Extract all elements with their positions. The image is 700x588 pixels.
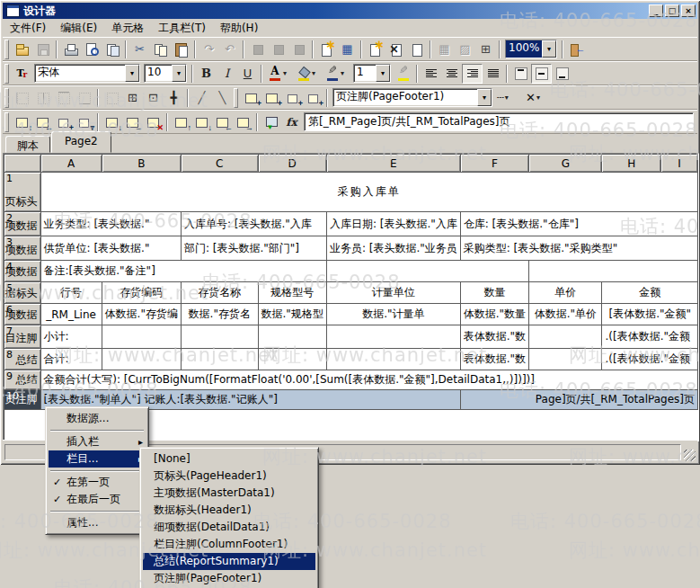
cell-r6-8[interactable]: [表体数据."金额" xyxy=(602,304,698,325)
cell-r7-6[interactable]: 表体数据."数 xyxy=(460,325,528,349)
cell-r8-3[interactable] xyxy=(181,349,258,370)
menu-item-properties[interactable]: 属性... xyxy=(49,514,146,531)
cell-r6-3[interactable]: 数据."存货名 xyxy=(181,304,258,325)
menu-item-on-first-page[interactable]: ✓在第一页 xyxy=(49,474,146,491)
cell-r7-5[interactable] xyxy=(326,325,460,349)
italic-button[interactable]: I xyxy=(217,64,237,84)
cell-r10-2[interactable]: Page]页/共[_RM_TotalPages]页 xyxy=(460,390,697,410)
font-color-dropdown-arrow[interactable]: ▾ xyxy=(283,69,287,77)
cell-r4-1[interactable]: 备注:[表头数据."备注"] xyxy=(40,261,326,282)
submenu-item-detaildata[interactable]: 细项数据(DetailData1) xyxy=(143,519,315,536)
cell-r7-1[interactable]: 小计: xyxy=(40,325,102,349)
line-color-dropdown-arrow[interactable]: ▾ xyxy=(341,69,344,77)
cell-r8-8[interactable]: .([表体数据."金额 xyxy=(602,349,698,370)
align-left-button[interactable] xyxy=(421,64,441,84)
cell-r5-8[interactable]: 金额 xyxy=(602,282,698,304)
move-cell-left-button[interactable]: ← xyxy=(212,112,233,132)
insert-band-above-button[interactable]: + xyxy=(241,88,261,108)
tab-脚本[interactable]: 脚本 xyxy=(5,136,50,153)
bold-button[interactable]: B xyxy=(196,64,217,84)
row-header-9[interactable]: 9总结 xyxy=(4,370,41,390)
insert-table-button[interactable]: ▦ xyxy=(337,40,358,59)
align-justify-button[interactable] xyxy=(483,64,503,84)
formula-input[interactable]: 第[_RM_Page]页/共[_RM_TotalPages]页 xyxy=(304,112,694,131)
cell-r8-1[interactable]: 合计: xyxy=(40,349,102,370)
cell-r8-4[interactable] xyxy=(258,349,326,370)
menu-item-datasource[interactable]: 数据源... xyxy=(49,410,146,427)
row-header-10[interactable]: 10页注脚 xyxy=(4,390,41,410)
cell-r8-6[interactable]: 表体数据."数 xyxy=(460,349,528,370)
cell-r6-6[interactable]: 体数据."数量 xyxy=(460,304,528,325)
cell-r4-3[interactable] xyxy=(529,261,698,282)
cell-r6-1[interactable]: _RM_Line xyxy=(40,304,102,325)
cell-r3-2[interactable]: 部门: [表头数据."部门"] xyxy=(181,236,326,261)
insert-band-below-button[interactable]: + xyxy=(261,88,282,108)
grid-corner[interactable] xyxy=(4,155,41,173)
submenu-item-masterdata[interactable]: 主项数据(MasterData1) xyxy=(143,485,315,502)
band-select-dropdown[interactable]: ▾ xyxy=(477,89,492,106)
function-button[interactable]: fx xyxy=(281,112,302,132)
font-name-select[interactable]: 宋体▾ xyxy=(34,64,140,83)
diagonal-down-button[interactable]: ╱ xyxy=(191,88,212,108)
column-header-F[interactable]: F xyxy=(460,155,528,173)
column-header-C[interactable]: C xyxy=(181,155,258,173)
line-style-dropdown-arrow[interactable]: ▾ xyxy=(505,94,509,102)
cell-r7-4[interactable] xyxy=(258,325,326,349)
cell-r4-2[interactable] xyxy=(326,261,528,282)
submenu-item-none[interactable]: [None] xyxy=(143,450,315,468)
apply-button[interactable] xyxy=(261,112,281,132)
cell-r6-5[interactable]: 数据."计量单 xyxy=(326,304,460,325)
toolbar-grip[interactable] xyxy=(4,64,9,84)
column-header-D[interactable]: D xyxy=(258,155,326,173)
cell-r2-1[interactable]: 业务类型: [表头数据." xyxy=(40,212,181,236)
cell-r9-1[interactable]: 金额合计(大写): [CurrToBigNum([FormatFloat('0.… xyxy=(40,370,697,390)
zoom-select[interactable]: 100%▾ xyxy=(505,40,557,58)
split-cells-horizontal-button[interactable]: ↔ xyxy=(32,112,53,132)
column-header-G[interactable]: G xyxy=(529,155,602,173)
submenu-item-reportsummary[interactable]: 总结(ReportSummary1) xyxy=(143,553,315,570)
cut-button[interactable]: ✂ xyxy=(129,40,150,59)
toolbar-grip[interactable] xyxy=(4,88,9,108)
cell-r7-8[interactable]: .([表体数据."金额 xyxy=(602,325,698,349)
select-region-button[interactable]: ▾ xyxy=(74,112,94,132)
cell-r5-5[interactable]: 计量单位 xyxy=(326,282,460,304)
border-inner-button[interactable]: ╋ xyxy=(164,88,184,108)
copy-button[interactable] xyxy=(150,40,171,59)
cell-r7-2[interactable] xyxy=(102,325,181,349)
tab-Page2[interactable]: Page2 xyxy=(51,131,111,153)
merge-right-button[interactable]: → xyxy=(122,112,143,132)
line-color-button[interactable]: ▾ xyxy=(323,64,351,84)
cell-r5-6[interactable]: 数量 xyxy=(460,282,528,304)
blank-page-button[interactable] xyxy=(406,40,427,59)
underline-button[interactable]: U xyxy=(237,64,258,84)
close-button[interactable]: × xyxy=(681,4,696,17)
cell-r3-4[interactable]: 采购类型: [表头数据."采购类型" xyxy=(460,236,697,261)
line-width-select[interactable]: 1▾ xyxy=(353,64,391,83)
print-button[interactable] xyxy=(60,40,81,59)
font-color-button[interactable]: ▾ xyxy=(265,64,294,84)
print-preview-button[interactable] xyxy=(81,40,102,59)
valign-top-button[interactable] xyxy=(510,64,531,84)
font-name-select-dropdown[interactable]: ▾ xyxy=(125,65,139,82)
diagonal-up-button[interactable]: ╲ xyxy=(212,88,233,108)
cell-r8-2[interactable] xyxy=(102,349,181,370)
valign-middle-button[interactable] xyxy=(531,64,552,84)
row-header-5[interactable]: 5数据标头 xyxy=(4,282,41,304)
cell-r3-1[interactable]: 供货单位: [表头数据." xyxy=(40,236,181,261)
new-script-button[interactable] xyxy=(316,40,337,59)
align-center-button[interactable] xyxy=(441,64,462,84)
minimize-button[interactable]: _ xyxy=(649,4,663,17)
row-header-2[interactable]: 2主项数据 xyxy=(4,212,41,236)
split-cells-vertical-button[interactable]: ↕ xyxy=(12,112,32,132)
cell-r3-3[interactable]: 业务员: [表头数据."业务员 xyxy=(326,236,460,261)
submenu-item-pageheader[interactable]: 页标头(PageHeader1) xyxy=(143,468,315,485)
cell-r7-7[interactable] xyxy=(529,325,602,349)
cell-r2-2[interactable]: 入库单号: [表头数据."入库 xyxy=(181,212,326,236)
cell-r6-2[interactable]: 体数据."存货编 xyxy=(102,304,181,325)
delete-button[interactable]: ✕▾ xyxy=(523,88,552,108)
fill-color-button[interactable]: ▾ xyxy=(294,64,323,84)
column-header-A[interactable]: A xyxy=(40,155,102,173)
menu-item-on-last-page[interactable]: ✓在最后一页 xyxy=(49,491,146,508)
zoom-select-dropdown[interactable]: ▾ xyxy=(542,40,556,58)
cell-r5-4[interactable]: 规格型号 xyxy=(258,282,326,304)
